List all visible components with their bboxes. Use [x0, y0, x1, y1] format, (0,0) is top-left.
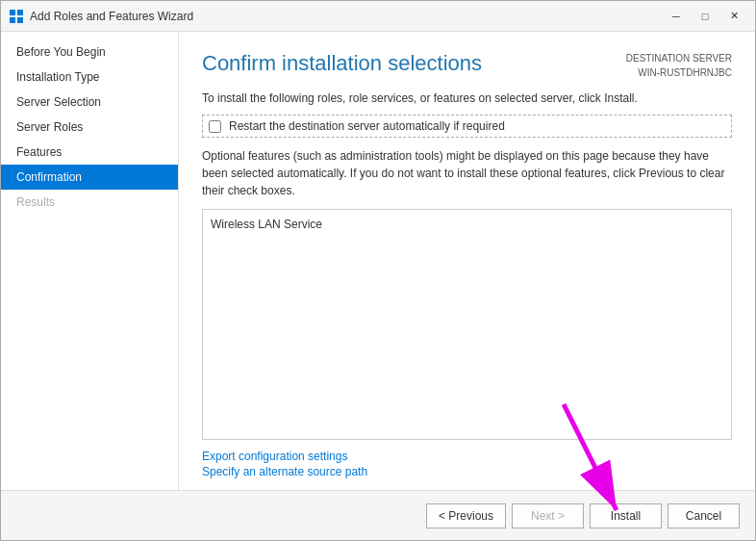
- sidebar-item-installation-type[interactable]: Installation Type: [1, 64, 178, 90]
- restart-checkbox[interactable]: [209, 120, 221, 133]
- main-content: DESTINATION SERVER WIN-RUSTDHRNJBC Confi…: [179, 32, 755, 490]
- features-box: Wireless LAN Service: [202, 209, 732, 440]
- minimize-button[interactable]: ─: [663, 6, 690, 27]
- content-area: Before You Begin Installation Type Serve…: [1, 32, 755, 490]
- install-button[interactable]: Install: [590, 503, 662, 528]
- export-config-link[interactable]: Export configuration settings: [202, 450, 732, 463]
- destination-server: WIN-RUSTDHRNJBC: [626, 65, 732, 80]
- maximize-button[interactable]: □: [692, 6, 718, 27]
- svg-rect-2: [10, 17, 15, 23]
- title-bar-controls: ─ □ ✕: [663, 6, 747, 27]
- window-title: Add Roles and Features Wizard: [30, 10, 663, 23]
- sidebar-item-server-selection[interactable]: Server Selection: [1, 90, 178, 115]
- footer: < Previous Next > Install Cancel: [1, 490, 755, 540]
- title-bar: Add Roles and Features Wizard ─ □ ✕: [1, 1, 755, 32]
- wizard-window: Add Roles and Features Wizard ─ □ ✕ Befo…: [0, 0, 756, 541]
- optional-text: Optional features (such as administratio…: [202, 147, 732, 199]
- restart-label: Restart the destination server automatic…: [229, 119, 505, 133]
- sidebar-item-results: Results: [1, 190, 178, 215]
- window-icon: [9, 9, 24, 24]
- svg-rect-3: [17, 17, 23, 23]
- restart-checkbox-row[interactable]: Restart the destination server automatic…: [202, 115, 732, 138]
- sidebar-item-features[interactable]: Features: [1, 140, 178, 165]
- destination-info: DESTINATION SERVER WIN-RUSTDHRNJBC: [626, 51, 732, 80]
- cancel-button[interactable]: Cancel: [668, 503, 740, 528]
- instruction-text: To install the following roles, role ser…: [202, 91, 732, 105]
- alternate-source-link[interactable]: Specify an alternate source path: [202, 465, 732, 478]
- links-section: Export configuration settings Specify an…: [202, 450, 732, 480]
- sidebar-item-confirmation[interactable]: Confirmation: [1, 165, 178, 190]
- sidebar: Before You Begin Installation Type Serve…: [1, 32, 179, 490]
- close-button[interactable]: ✕: [720, 6, 747, 27]
- next-button[interactable]: Next >: [512, 503, 584, 528]
- svg-rect-0: [10, 10, 15, 15]
- svg-rect-1: [17, 10, 23, 15]
- previous-button[interactable]: < Previous: [426, 503, 506, 528]
- feature-item-wireless: Wireless LAN Service: [211, 218, 723, 231]
- destination-label: DESTINATION SERVER: [626, 51, 732, 65]
- sidebar-item-before-you-begin[interactable]: Before You Begin: [1, 39, 178, 64]
- sidebar-item-server-roles[interactable]: Server Roles: [1, 115, 178, 140]
